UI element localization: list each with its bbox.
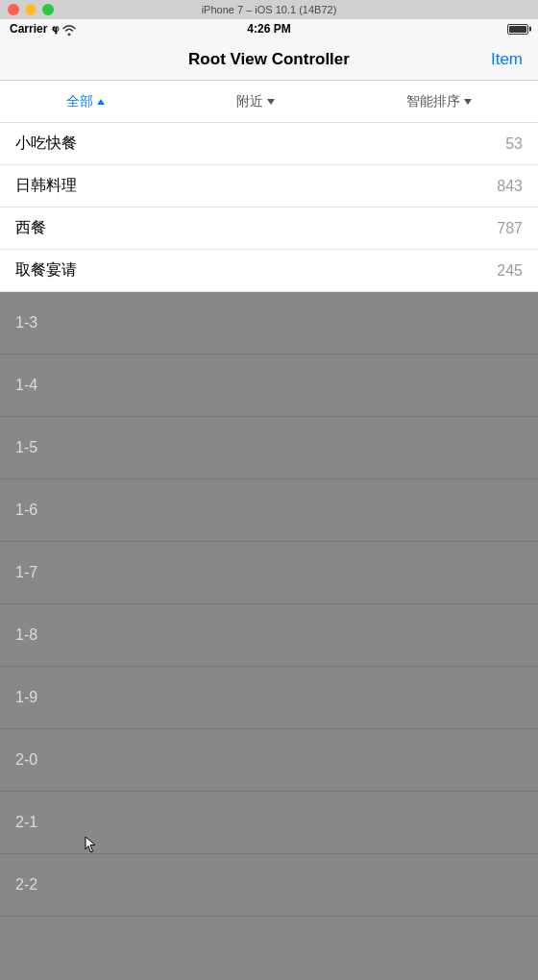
list-item-label: 1-8 <box>15 626 37 644</box>
list-item[interactable]: 1-4 <box>0 355 538 417</box>
sort-up-icon <box>97 99 105 105</box>
carrier-label: Carrier <box>10 22 47 36</box>
category-name: 西餐 <box>15 218 46 238</box>
filter-all-label: 全部 <box>66 93 93 110</box>
category-name: 日韩料理 <box>15 176 77 196</box>
dark-list: 1-3 1-4 1-5 1-6 1-7 1-8 1-9 2-0 2-1 2-2 <box>0 292 538 917</box>
window-title: iPhone 7 – iOS 10.1 (14B72) <box>202 4 337 15</box>
category-row[interactable]: 日韩料理 843 <box>0 165 538 208</box>
list-item[interactable]: 1-3 <box>0 292 538 355</box>
status-time: 4:26 PM <box>247 22 290 36</box>
category-name: 小吃快餐 <box>15 134 77 154</box>
filter-smart-label: 智能排序 <box>406 93 460 110</box>
list-item-label: 2-2 <box>15 876 37 894</box>
category-count: 53 <box>505 135 523 153</box>
list-item-label: 1-3 <box>15 314 37 331</box>
navigation-bar: Root View Controller Item <box>0 38 538 81</box>
close-button[interactable] <box>8 4 19 15</box>
status-right <box>507 24 528 35</box>
list-item-label: 1-4 <box>15 377 37 394</box>
category-list: 小吃快餐 53 日韩料理 843 西餐 787 取餐宴请 245 <box>0 123 538 292</box>
filter-nearby-label: 附近 <box>236 93 263 110</box>
category-count: 843 <box>497 178 523 195</box>
list-item[interactable]: 1-9 <box>0 667 538 729</box>
category-count: 787 <box>497 220 523 237</box>
status-left: Carrier 𝛗 <box>10 22 77 36</box>
list-item-label: 2-1 <box>15 814 37 831</box>
wifi-icon: 𝛗 <box>52 22 77 35</box>
list-item-label: 1-5 <box>15 439 37 456</box>
list-item[interactable]: 2-0 <box>0 729 538 792</box>
maximize-button[interactable] <box>42 4 54 15</box>
status-bar: Carrier 𝛗 4:26 PM <box>0 19 538 38</box>
list-item-label: 1-7 <box>15 564 37 581</box>
minimize-button[interactable] <box>25 4 37 15</box>
list-item[interactable]: 1-8 <box>0 604 538 667</box>
list-item-label: 2-0 <box>15 751 37 769</box>
battery-icon <box>507 24 528 35</box>
filter-all[interactable]: 全部 <box>57 93 114 110</box>
nav-item-button[interactable]: Item <box>491 50 523 69</box>
category-row[interactable]: 西餐 787 <box>0 208 538 250</box>
list-item[interactable]: 1-6 <box>0 479 538 542</box>
window-chrome: iPhone 7 – iOS 10.1 (14B72) <box>0 0 538 19</box>
category-name: 取餐宴请 <box>15 260 77 281</box>
smart-sort-down-icon <box>464 99 472 105</box>
category-row[interactable]: 取餐宴请 245 <box>0 250 538 292</box>
filter-nearby[interactable]: 附近 <box>227 93 284 110</box>
filter-smart-sort[interactable]: 智能排序 <box>397 93 481 110</box>
list-item[interactable]: 2-2 <box>0 854 538 917</box>
list-item-label: 1-9 <box>15 689 37 706</box>
list-item[interactable]: 1-5 <box>0 417 538 479</box>
nav-title: Root View Controller <box>188 50 350 69</box>
category-count: 245 <box>497 262 523 280</box>
filter-bar: 全部 附近 智能排序 <box>0 81 538 123</box>
list-item-label: 1-6 <box>15 502 37 519</box>
list-item[interactable]: 2-1 <box>0 792 538 854</box>
category-row[interactable]: 小吃快餐 53 <box>0 123 538 165</box>
sort-down-icon <box>267 99 275 105</box>
list-item[interactable]: 1-7 <box>0 542 538 604</box>
